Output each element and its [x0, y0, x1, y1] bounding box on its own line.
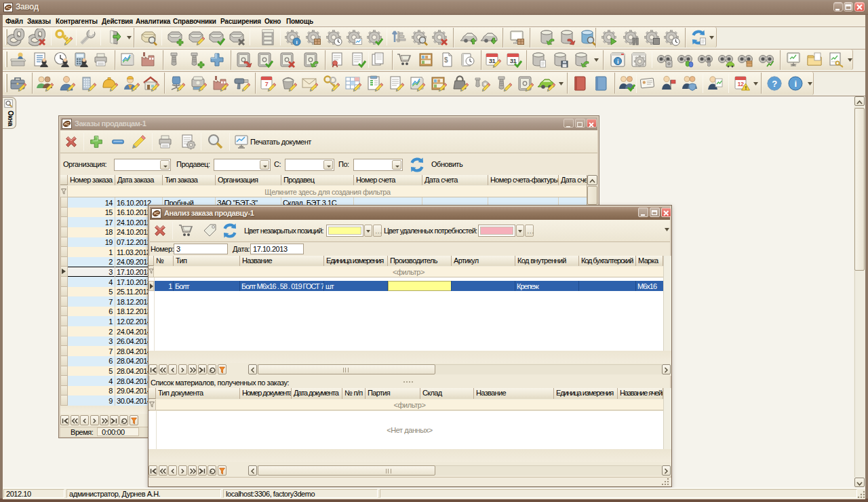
- svg-text:31: 31: [489, 57, 496, 64]
- svg-text:7: 7: [265, 81, 269, 88]
- svg-text:31: 31: [510, 57, 517, 64]
- svg-text:12: 12: [737, 81, 744, 88]
- svg-text:?: ?: [772, 79, 777, 89]
- svg-text:!: !: [745, 85, 746, 91]
- svg-text:i: i: [617, 58, 618, 65]
- svg-text:i: i: [794, 79, 796, 89]
- svg-text:i: i: [296, 39, 298, 45]
- svg-text:$: $: [444, 56, 448, 64]
